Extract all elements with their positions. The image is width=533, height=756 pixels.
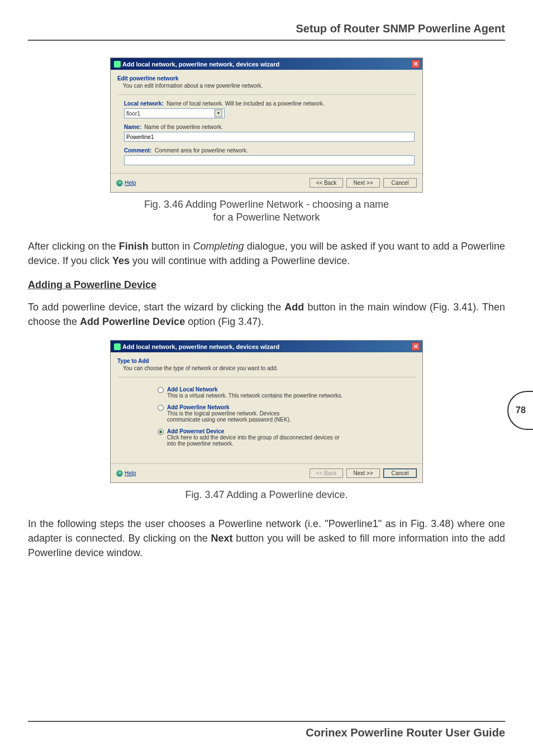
help-link[interactable]: ? Help xyxy=(116,470,136,477)
name-input[interactable] xyxy=(124,132,415,142)
page-header: Setup of Router SNMP Powerline Agent xyxy=(28,22,505,41)
footer-rule xyxy=(28,721,505,722)
svg-rect-0 xyxy=(114,61,121,68)
close-icon[interactable]: ✕ xyxy=(411,342,420,351)
dialog2-section-sub: You can choose the type of network or de… xyxy=(117,365,416,371)
back-button[interactable]: << Back xyxy=(310,178,343,188)
figure-caption-3-47: Fig. 3.47 Adding a Powerline device. xyxy=(28,489,505,501)
dialog2-title: Add local network, powerline network, de… xyxy=(122,343,279,350)
dialog-edit-powerline: Add local network, powerline network, de… xyxy=(110,58,423,193)
radio-add-powernet-device[interactable]: Add Powernet Device Click here to add th… xyxy=(158,428,409,447)
svg-rect-1 xyxy=(114,343,121,350)
dialog1-title: Add local network, powerline network, de… xyxy=(122,61,279,68)
dialog2-titlebar: Add local network, powerline network, de… xyxy=(111,341,422,352)
back-button: << Back xyxy=(310,468,343,478)
local-network-label: Local network: Name of local network. Wi… xyxy=(124,101,409,107)
next-button[interactable]: Next >> xyxy=(346,468,380,478)
paragraph-2: To add powerline device, start the wizar… xyxy=(28,300,505,329)
subheading-adding-device: Adding a Powerline Device xyxy=(28,279,505,291)
radio-add-local-network[interactable]: Add Local Network This is a virtual netw… xyxy=(158,386,409,399)
close-icon[interactable]: ✕ xyxy=(411,60,420,68)
radio-add-powerline-network[interactable]: Add Powerline Network This is the logica… xyxy=(158,404,409,423)
radio-icon xyxy=(158,429,164,435)
chevron-down-icon[interactable]: ▾ xyxy=(215,109,222,117)
dialog1-titlebar: Add local network, powerline network, de… xyxy=(111,58,422,70)
app-icon xyxy=(114,343,121,350)
footer-text: Corinex Powerline Router User Guide xyxy=(28,726,505,739)
help-link[interactable]: ? Help xyxy=(116,180,136,186)
name-label: Name: Name of the powerline network. xyxy=(124,124,409,130)
dialog2-section-title: Type to Add xyxy=(117,358,416,364)
comment-input[interactable] xyxy=(124,155,415,165)
help-icon: ? xyxy=(116,470,123,477)
paragraph-1: After clicking on the Finish button in C… xyxy=(28,239,505,268)
next-button[interactable]: Next >> xyxy=(346,178,380,188)
cancel-button[interactable]: Cancel xyxy=(383,468,417,478)
cancel-button[interactable]: Cancel xyxy=(383,178,417,188)
dialog1-section-title: Edit powerline network xyxy=(117,75,416,82)
figure-caption-3-46: Fig. 3.46 Adding Powerline Network - cho… xyxy=(28,198,505,224)
comment-label: Comment: Comment area for powerline netw… xyxy=(124,147,409,154)
local-network-select[interactable]: floor1 ▾ xyxy=(124,108,225,118)
dialog-type-to-add: Add local network, powerline network, de… xyxy=(110,340,423,483)
radio-icon xyxy=(158,387,164,393)
help-icon: ? xyxy=(116,180,123,186)
radio-icon xyxy=(158,405,164,411)
app-icon xyxy=(114,61,121,68)
paragraph-3: In the following steps the user chooses … xyxy=(28,516,505,560)
dialog1-section-sub: You can edit information about a new pow… xyxy=(117,83,416,89)
